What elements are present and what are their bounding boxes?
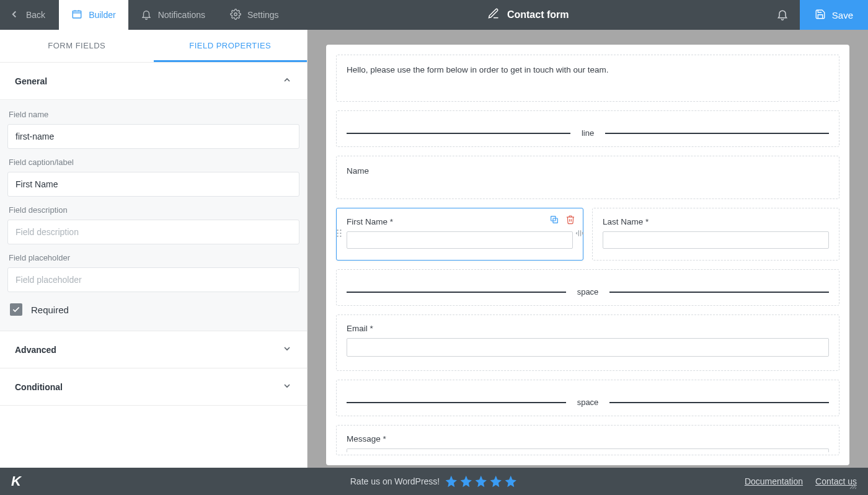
email-input-preview[interactable] <box>347 338 829 357</box>
required-label: Required <box>31 305 69 315</box>
svg-rect-0 <box>73 11 81 17</box>
section-conditional-title: Conditional <box>15 382 63 392</box>
star-icon[interactable] <box>474 475 488 488</box>
tab-settings[interactable]: Settings <box>218 0 291 30</box>
last-name-input-preview[interactable] <box>603 231 829 249</box>
svg-point-1 <box>234 12 237 16</box>
email-field-block[interactable]: Email * <box>336 314 839 371</box>
back-button[interactable]: Back <box>0 0 59 30</box>
divider-line <box>347 133 570 134</box>
tab-notifications[interactable]: Notifications <box>128 0 218 30</box>
settings-label: Settings <box>247 10 279 20</box>
svg-point-4 <box>337 230 338 231</box>
chevron-left-icon <box>9 9 20 22</box>
star-icon[interactable] <box>459 475 473 488</box>
builder-icon <box>71 9 82 22</box>
first-name-field-block[interactable]: First Name * <box>336 208 583 261</box>
tab-form-fields[interactable]: FORM FIELDS <box>0 30 154 62</box>
duplicate-icon[interactable] <box>549 215 559 227</box>
field-actions <box>549 215 575 227</box>
field-placeholder-input[interactable] <box>7 267 299 292</box>
star-icon[interactable] <box>445 475 458 488</box>
resize-handle-icon[interactable] <box>575 228 584 241</box>
notifications-indicator[interactable] <box>765 0 800 30</box>
field-description-label: Field description <box>7 205 299 215</box>
divider-line <box>347 292 566 293</box>
section-advanced-header[interactable]: Advanced <box>0 331 307 368</box>
last-name-label: Last Name * <box>603 217 829 226</box>
main-area: FORM FIELDS FIELD PROPERTIES General Fie… <box>0 30 868 468</box>
svg-point-7 <box>340 233 341 234</box>
divider-line <box>347 402 566 403</box>
drag-handle-icon[interactable] <box>335 228 343 241</box>
canvas[interactable]: Hello, please use the form below in orde… <box>308 30 868 468</box>
tab-field-properties[interactable]: FIELD PROPERTIES <box>154 30 308 62</box>
bell-icon <box>141 9 152 22</box>
page-title: Contact form <box>507 9 569 20</box>
documentation-link[interactable]: Documentation <box>745 476 803 486</box>
field-caption-input[interactable] <box>7 172 299 197</box>
section-conditional: Conditional <box>0 368 307 406</box>
section-conditional-header[interactable]: Conditional <box>0 368 307 405</box>
field-name-label: Field name <box>7 110 299 119</box>
intro-text: Hello, please use the form below in orde… <box>347 65 608 74</box>
space-label: space <box>577 287 599 297</box>
back-label: Back <box>26 10 45 20</box>
brand-logo: K <box>11 473 21 489</box>
footer: K Rate us on WordPress! Documentation Co… <box>0 468 868 495</box>
rate-us: Rate us on WordPress! <box>350 475 518 488</box>
save-label: Save <box>832 10 853 20</box>
bell-icon <box>776 8 789 22</box>
required-checkbox[interactable] <box>10 303 22 316</box>
intro-text-block[interactable]: Hello, please use the form below in orde… <box>336 55 839 102</box>
svg-point-6 <box>337 233 338 234</box>
notifications-label: Notifications <box>158 10 205 20</box>
field-description-input[interactable] <box>7 220 299 244</box>
edit-icon <box>487 7 500 22</box>
first-name-input-preview[interactable] <box>347 231 573 249</box>
divider-line <box>609 402 829 403</box>
message-textarea-preview[interactable] <box>347 448 829 452</box>
section-general-header[interactable]: General <box>0 63 307 99</box>
section-advanced: Advanced <box>0 331 307 368</box>
name-heading: Name <box>347 166 369 176</box>
tab-builder[interactable]: Builder <box>59 0 128 30</box>
svg-point-9 <box>340 235 341 236</box>
section-general: General Field name Field caption/label F… <box>0 63 307 331</box>
space-block-2[interactable]: space <box>336 380 839 416</box>
chevron-up-icon <box>282 75 292 87</box>
first-name-label: First Name * <box>347 217 573 226</box>
line-divider-block[interactable]: line <box>336 110 839 147</box>
email-label: Email * <box>347 324 829 333</box>
message-field-block[interactable]: Message * <box>336 425 839 455</box>
divider-line <box>605 133 829 134</box>
chevron-down-icon <box>282 381 292 393</box>
required-row[interactable]: Required <box>7 295 299 319</box>
space-block-1[interactable]: space <box>336 269 839 306</box>
gear-icon <box>230 9 241 22</box>
name-heading-block[interactable]: Name <box>336 156 839 199</box>
page-title-wrap: Contact form <box>291 0 765 30</box>
name-row: First Name * Last Name * <box>336 208 839 261</box>
sidebar-tabs: FORM FIELDS FIELD PROPERTIES <box>0 30 307 63</box>
field-name-input[interactable] <box>7 124 299 149</box>
svg-point-8 <box>337 235 338 236</box>
message-label: Message * <box>347 434 829 444</box>
trash-icon[interactable] <box>565 215 575 227</box>
form-preview: Hello, please use the form below in orde… <box>326 45 849 465</box>
rate-text: Rate us on WordPress! <box>350 476 440 486</box>
builder-label: Builder <box>89 10 116 20</box>
star-icon[interactable] <box>489 475 503 488</box>
save-icon <box>815 9 826 22</box>
last-name-field-block[interactable]: Last Name * <box>592 208 839 261</box>
section-advanced-title: Advanced <box>15 345 56 355</box>
field-caption-label: Field caption/label <box>7 158 299 167</box>
svg-point-5 <box>340 230 341 231</box>
divider-label: line <box>582 128 594 138</box>
resize-corner-icon[interactable] <box>847 479 857 489</box>
rating-stars[interactable] <box>445 475 518 488</box>
star-icon[interactable] <box>504 475 518 488</box>
save-button[interactable]: Save <box>800 0 868 30</box>
space-label: space <box>577 398 599 407</box>
chevron-down-icon <box>282 344 292 355</box>
